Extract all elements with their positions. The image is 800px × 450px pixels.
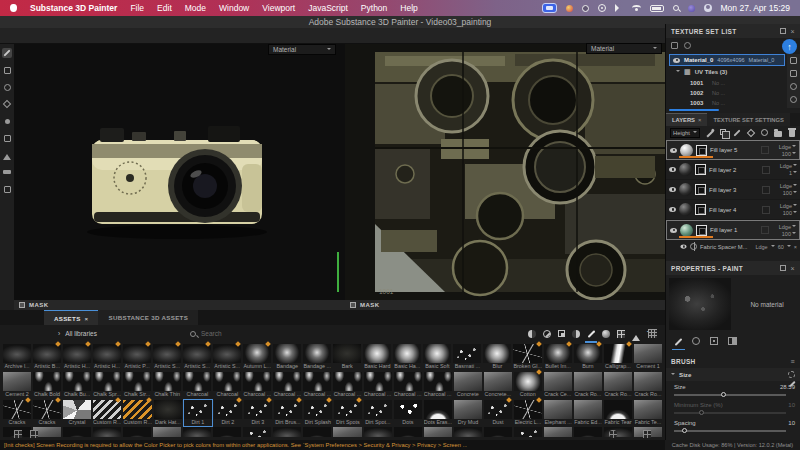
min-size-slider[interactable] bbox=[674, 409, 786, 417]
asset-item[interactable] bbox=[123, 427, 151, 437]
asset-item[interactable] bbox=[303, 427, 331, 437]
asset-item[interactable] bbox=[394, 427, 422, 437]
asset-item[interactable]: Basmati ... bbox=[453, 344, 481, 370]
uv-tile-row[interactable]: 1002 No ... bbox=[666, 88, 800, 98]
asset-item[interactable]: Cotton bbox=[514, 372, 542, 398]
asset-item[interactable]: Dry Mud bbox=[454, 400, 482, 426]
asset-item[interactable]: Charcoal bbox=[213, 372, 241, 398]
gear-icon[interactable] bbox=[788, 371, 795, 378]
layer-opacity[interactable]: 1 bbox=[789, 170, 797, 176]
close-tab-icon[interactable]: × bbox=[698, 117, 701, 123]
uv-tile-row[interactable]: 1003 No ... bbox=[666, 98, 800, 108]
layer-opacity[interactable]: 100 bbox=[783, 210, 797, 216]
asset-item[interactable]: Artistic B... bbox=[33, 344, 61, 370]
viewport2d-material-dropdown[interactable]: Material bbox=[586, 43, 662, 54]
asset-item[interactable]: Fabric Te... bbox=[634, 400, 662, 426]
layer-blend-mode[interactable]: Ldge bbox=[780, 183, 797, 189]
share-button[interactable]: ↑ bbox=[782, 39, 797, 54]
layer-name[interactable]: Fill layer 2 bbox=[709, 167, 759, 173]
search-input[interactable]: Search bbox=[190, 330, 222, 337]
asset-item[interactable]: Artistic H... bbox=[93, 344, 121, 370]
asset-item[interactable] bbox=[183, 427, 211, 437]
asset-item[interactable] bbox=[544, 427, 572, 437]
material-picker-tool-icon[interactable] bbox=[2, 150, 12, 160]
download-assets-icon[interactable] bbox=[609, 430, 617, 438]
asset-item[interactable]: Cracks bbox=[3, 400, 31, 426]
asset-item[interactable]: Crack Ce... bbox=[544, 372, 572, 398]
asset-item[interactable]: Dirt Brus... bbox=[274, 400, 302, 426]
asset-item[interactable]: Crack Ro... bbox=[634, 372, 662, 398]
viewport-3d[interactable] bbox=[14, 44, 345, 300]
asset-item[interactable] bbox=[273, 427, 301, 437]
filter-filters-icon[interactable] bbox=[572, 330, 580, 338]
particles-mode-icon[interactable] bbox=[692, 337, 701, 346]
asset-item[interactable] bbox=[153, 427, 181, 437]
smudge-tool-icon[interactable] bbox=[2, 116, 12, 126]
layer-mask-thumbnail[interactable] bbox=[696, 225, 707, 236]
brush-spacing-value[interactable]: 10 bbox=[788, 420, 795, 426]
user-menu-icon[interactable] bbox=[704, 4, 712, 12]
filter-texture-sets-icon[interactable] bbox=[671, 42, 678, 49]
close-panel-icon[interactable]: × bbox=[791, 265, 795, 272]
asset-item[interactable]: Fabric Ed... bbox=[574, 400, 602, 426]
layer-opacity[interactable]: 100 bbox=[782, 151, 796, 157]
clone-tool-icon[interactable] bbox=[2, 133, 12, 143]
color-picker-menu-icon[interactable] bbox=[566, 5, 573, 12]
asset-item[interactable]: Custom R... bbox=[93, 400, 121, 426]
layer-name[interactable]: Fill layer 1 bbox=[710, 227, 758, 233]
asset-item[interactable]: Dirt 3 bbox=[244, 400, 272, 426]
screen-recording-indicator-icon[interactable] bbox=[542, 3, 557, 13]
channel-filter-dropdown[interactable]: Height bbox=[670, 128, 700, 138]
geometry-mask-tool-icon[interactable] bbox=[2, 184, 12, 194]
asset-item[interactable]: Charcoal ... bbox=[394, 372, 422, 398]
asset-item[interactable]: Bullet Im... bbox=[544, 344, 572, 370]
asset-details-icon[interactable] bbox=[643, 430, 651, 438]
asset-item[interactable] bbox=[514, 427, 542, 437]
layer-row[interactable]: Fill layer 1 Ldge 100 bbox=[666, 220, 800, 240]
brush-spacing-slider[interactable] bbox=[674, 427, 786, 435]
uv-tiles-header[interactable]: ▦ UV Tiles (3) bbox=[666, 66, 800, 78]
add-paint-layer-icon[interactable] bbox=[733, 129, 741, 137]
uv-tile-row[interactable]: 1001 No ... bbox=[666, 78, 800, 88]
asset-item[interactable] bbox=[213, 427, 241, 437]
layer-row[interactable]: Fill layer 5 Ldge 100 bbox=[666, 140, 800, 160]
asset-item[interactable]: Dust bbox=[484, 400, 512, 426]
apple-menu-icon[interactable] bbox=[10, 4, 17, 12]
filter-smart-masks-icon[interactable] bbox=[558, 330, 565, 337]
close-panel-icon[interactable]: × bbox=[791, 28, 795, 35]
asset-item[interactable]: Custom R... bbox=[123, 400, 151, 426]
asset-item[interactable]: Concrete bbox=[454, 372, 482, 398]
asset-item[interactable]: Dirt Spots bbox=[334, 400, 362, 426]
asset-item[interactable]: Broken Gl... bbox=[513, 344, 541, 370]
viewport3d-material-dropdown[interactable]: Material bbox=[268, 44, 336, 55]
visibility-filter-icon[interactable] bbox=[684, 42, 691, 49]
tab-substance-3d-assets[interactable]: SUBSTANCE 3D ASSETS bbox=[98, 310, 198, 325]
visibility-eye-icon[interactable] bbox=[670, 228, 677, 233]
asset-item[interactable] bbox=[93, 427, 121, 437]
asset-item[interactable] bbox=[574, 427, 602, 437]
asset-item[interactable]: Chalk Bold bbox=[33, 372, 61, 398]
asset-item[interactable]: Crystal bbox=[63, 400, 91, 426]
spotlight-menu-icon[interactable] bbox=[673, 5, 679, 11]
delete-layer-trash-icon[interactable] bbox=[788, 129, 796, 137]
layer-row[interactable]: Fill layer 3 Ldge 100 bbox=[666, 180, 800, 200]
asset-item[interactable]: Chalk Thin bbox=[153, 372, 181, 398]
asset-item[interactable] bbox=[364, 427, 392, 437]
asset-item[interactable]: Archive l... bbox=[3, 344, 31, 370]
filter-textures-icon[interactable] bbox=[617, 330, 625, 338]
texture-set-row[interactable]: Material_0 4096x4096 Material_0 bbox=[669, 54, 785, 66]
anchor-sub-layer-row[interactable]: Fabric Spacer M... Ldge 60 × bbox=[666, 240, 800, 253]
menu-item[interactable]: Mode bbox=[185, 3, 206, 13]
remove-sub-layer-icon[interactable]: × bbox=[794, 244, 797, 250]
add-fill-layer-icon[interactable] bbox=[747, 129, 755, 137]
brush-panel-menu-icon[interactable]: ≡ bbox=[791, 358, 795, 365]
pick-layer-icon[interactable] bbox=[706, 129, 714, 137]
layer-blend-mode[interactable]: Ldge bbox=[779, 144, 796, 150]
layer-name[interactable]: Fill layer 5 bbox=[710, 147, 758, 153]
dock-display-settings-icon[interactable] bbox=[790, 57, 797, 64]
menu-item[interactable]: Python bbox=[361, 3, 387, 13]
screencapture-menu-icon[interactable] bbox=[598, 4, 606, 12]
layer-blend-mode[interactable]: Ldge bbox=[779, 224, 796, 230]
asset-item[interactable]: Cement 2 bbox=[3, 372, 31, 398]
layer-row[interactable]: Fill layer 4 Ldge 100 bbox=[666, 200, 800, 220]
